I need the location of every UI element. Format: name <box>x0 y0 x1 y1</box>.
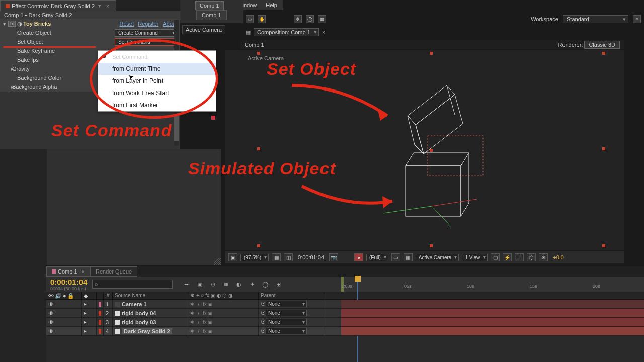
create-command-dropdown[interactable]: Create Command <box>115 29 177 37</box>
always-preview-icon[interactable]: ▣ <box>228 253 237 261</box>
mask-icon[interactable]: ◫ <box>284 253 293 261</box>
hand-tool-icon[interactable]: ✋ <box>258 15 266 23</box>
transparency-grid-icon[interactable]: ▦ <box>404 253 413 261</box>
composition-dropdown[interactable]: Composition: Comp 1 <box>254 28 319 36</box>
comp-mini-flowchart-icon[interactable]: ⊷ <box>183 280 191 288</box>
composition-viewer[interactable] <box>225 50 624 250</box>
pixel-aspect-icon[interactable]: ▢ <box>491 253 500 261</box>
twirl-right-icon[interactable]: ▸ <box>3 66 11 72</box>
shy-icon[interactable]: ⊙ <box>209 280 217 288</box>
layer-switches[interactable]: ✱ / fx ▣ <box>188 300 259 309</box>
draft-3d-icon[interactable]: ▣ <box>196 280 204 288</box>
parent-dropdown[interactable]: None <box>266 328 307 334</box>
pickwhip-icon[interactable]: ☉ <box>261 301 266 307</box>
menu-item-from-work-area-start[interactable]: from Work Erea Start <box>98 87 216 99</box>
layer-name[interactable]: Camera 1 <box>122 301 147 307</box>
track-bar[interactable] <box>341 318 644 327</box>
timeline-tab-comp[interactable]: Comp 1× <box>46 266 90 277</box>
camera-dropdown[interactable]: Active Camera <box>416 254 459 261</box>
tab-close-icon[interactable]: × <box>105 3 111 9</box>
effect-controls-tab[interactable]: Effect Controls: Dark Gray Solid 2 ▾ × <box>0 0 116 11</box>
col-source-name[interactable]: Source Name <box>113 292 188 299</box>
current-time[interactable]: 0:00:01:04 <box>296 254 326 260</box>
workspace-dropdown[interactable]: Standard <box>563 15 628 23</box>
pickwhip-icon[interactable]: ☉ <box>261 328 266 334</box>
fast-previews-icon[interactable]: ⚡ <box>503 253 512 261</box>
twirl-right-icon[interactable]: ▸ <box>84 301 87 307</box>
brainstorm-icon[interactable]: ✦ <box>248 280 256 288</box>
menu-item-from-first-marker[interactable]: from First Marker <box>98 99 216 111</box>
resize-handle-icon[interactable] <box>214 258 221 265</box>
track-bar[interactable] <box>341 300 644 309</box>
menu-help[interactable]: Help <box>266 2 277 8</box>
twirl-right-icon[interactable]: ▸ <box>3 84 11 90</box>
label-color[interactable] <box>99 302 101 307</box>
layer-name[interactable]: Dark Gray Solid 2 <box>122 328 172 334</box>
parent-dropdown[interactable]: None <box>266 310 307 316</box>
label-color[interactable] <box>99 320 101 325</box>
eye-icon[interactable]: 👁 <box>48 328 54 334</box>
panel-tab-comp[interactable]: Comp 1 <box>195 1 224 10</box>
renderer-button[interactable]: Classic 3D <box>584 41 620 49</box>
parent-dropdown[interactable]: None <box>266 319 307 325</box>
layer-switches[interactable]: ✱ / fx ▣ <box>188 309 259 318</box>
tab-dropdown-icon[interactable]: ▾ <box>97 3 103 9</box>
twirl-right-icon[interactable]: ▸ <box>84 328 87 334</box>
selection-tool-icon[interactable]: ▭ <box>246 15 254 23</box>
menu-item-set-command[interactable]: Set Command <box>98 51 216 63</box>
tool-icon[interactable]: ▦ <box>318 15 326 23</box>
flowchart-tab-comp[interactable]: Comp 1 <box>196 10 227 20</box>
pickwhip-icon[interactable]: ☉ <box>261 310 266 316</box>
register-link[interactable]: Register <box>138 21 158 27</box>
effect-enable-icon[interactable]: ◑ <box>17 21 22 27</box>
flowchart-icon[interactable]: ⬡ <box>527 253 536 261</box>
fx-badge-icon[interactable]: fx <box>8 21 16 27</box>
graph-editor-icon[interactable]: ⊞ <box>274 280 282 288</box>
parent-dropdown[interactable]: None <box>266 301 307 307</box>
timeline-icon[interactable]: ≣ <box>515 253 524 261</box>
track-bar[interactable] <box>341 309 644 318</box>
twirl-right-icon[interactable]: ▸ <box>84 319 87 325</box>
auto-keyframe-icon[interactable]: ◯ <box>261 280 269 288</box>
menu-item-from-layer-in-point[interactable]: from Layer In Point <box>98 75 216 87</box>
panel-handle[interactable] <box>211 116 215 120</box>
resolution-dropdown[interactable]: (Full) <box>366 254 388 261</box>
set-command-dropdown[interactable]: Set Command <box>115 38 177 46</box>
track-bar[interactable] <box>341 327 644 336</box>
eye-icon[interactable]: 👁 <box>48 310 54 316</box>
timeline-search-input[interactable] <box>92 280 173 289</box>
layer-name[interactable]: rigid body 04 <box>122 310 156 316</box>
timeline-current-time[interactable]: 0:00:01:04 <box>50 278 87 286</box>
views-dropdown[interactable]: 1 View <box>462 254 488 261</box>
pickwhip-icon[interactable]: ☉ <box>261 319 266 325</box>
layer-switches[interactable]: ✱ / fx ▣ <box>188 327 259 336</box>
eye-icon[interactable]: 👁 <box>48 301 54 307</box>
twirl-right-icon[interactable]: ▸ <box>84 310 87 316</box>
snapshot-icon[interactable]: 📷 <box>329 253 338 261</box>
layer-switches[interactable]: ✱ / fx ▣ <box>188 318 259 327</box>
layer-name[interactable]: rigid body 03 <box>122 319 156 325</box>
roi-icon[interactable]: ▭ <box>391 253 400 261</box>
grid-icon[interactable]: ▦ <box>272 253 281 261</box>
label-color[interactable] <box>99 329 101 334</box>
frame-blend-icon[interactable]: ≋ <box>222 280 230 288</box>
twirl-down-icon[interactable]: ▾ <box>3 21 8 27</box>
tool-icon[interactable]: ◯ <box>306 15 314 23</box>
reset-link[interactable]: Reset <box>120 21 134 27</box>
time-ruler[interactable]: ➤ 1:00s05s10s15s20s <box>341 277 644 292</box>
panel-options-icon[interactable]: ≡ <box>633 15 641 23</box>
exposure-value[interactable]: +0.0 <box>551 254 566 260</box>
close-tab-icon[interactable]: × <box>322 29 325 35</box>
menu-item-from-current-time[interactable]: from Current Time <box>98 63 216 75</box>
timeline-tab-render-queue[interactable]: Render Queue <box>90 266 137 277</box>
effect-name[interactable]: Toy Bricks <box>22 21 120 27</box>
snap-icon[interactable]: ✥ <box>294 15 302 23</box>
motion-blur-icon[interactable]: ◐ <box>235 280 243 288</box>
channel-icon[interactable]: ● <box>354 253 363 261</box>
eye-icon[interactable]: 👁 <box>48 319 54 325</box>
label-color[interactable] <box>99 311 101 316</box>
zoom-dropdown[interactable]: (97.5%) <box>240 254 269 261</box>
timeline-tracks[interactable] <box>341 300 644 336</box>
comp-breadcrumb[interactable]: Comp 1 <box>245 42 264 48</box>
reset-exposure-icon[interactable]: ☀ <box>539 253 548 261</box>
